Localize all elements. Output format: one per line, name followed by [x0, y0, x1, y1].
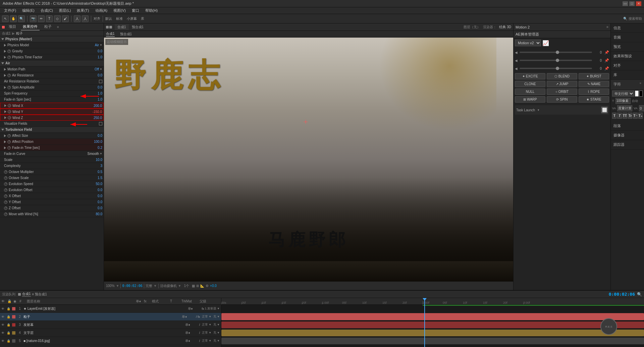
- stopwatch-wind-y[interactable]: ⏱: [8, 110, 11, 113]
- btn-orbit[interactable]: ○ ORBIT: [547, 89, 577, 95]
- format-italic[interactable]: T: [617, 113, 622, 119]
- row-fade-in-spin[interactable]: Fade-in Spin [sec] 1.0: [0, 97, 104, 103]
- row-air-resistance[interactable]: ⏱ Air Resistance 0.0: [0, 72, 104, 78]
- row-motion-path[interactable]: Motion Path Off ▼: [0, 66, 104, 72]
- format-tr[interactable]: Tr: [628, 113, 632, 119]
- row-wind-x[interactable]: ⏱ Wind X 200.0: [0, 103, 104, 109]
- row-physics-model[interactable]: Physics Model Air ▼: [0, 42, 104, 48]
- layer2-lock-icon[interactable]: 🔒: [7, 315, 11, 319]
- stopwatch-spin-amp[interactable]: ⏱: [7, 86, 11, 89]
- text-color-white[interactable]: [635, 91, 639, 97]
- motion-version-select[interactable]: Motion v2: [515, 40, 541, 46]
- menu-edit[interactable]: 编辑(E): [19, 7, 37, 14]
- layer-row-5[interactable]: 👁 🔒 5 ■ [nature-016.jpg] 单♦ / 正常 ▼ 无 ▼: [0, 337, 221, 345]
- grid-icon[interactable]: ⊞: [196, 284, 199, 288]
- row-z-offset[interactable]: ⏱ Z Offset 0.0: [0, 205, 104, 211]
- dropdown-arrow-curve[interactable]: ▼: [100, 152, 102, 155]
- info-panel-tracker[interactable]: 跟踪器: [611, 140, 644, 150]
- slider-track-2[interactable]: [520, 60, 592, 61]
- tab-effects[interactable]: 效果控件: [21, 23, 40, 31]
- slider-3-pin[interactable]: 📌: [604, 66, 609, 71]
- timeline-search-icon[interactable]: 🔍: [637, 292, 642, 297]
- checkbox-air-resistance-rot[interactable]: [99, 80, 102, 83]
- move-with-wind-value[interactable]: 80.0: [86, 212, 102, 216]
- layer1-eye-icon[interactable]: 👁: [1, 307, 6, 310]
- panel-menu-icon[interactable]: ≡: [57, 25, 59, 29]
- layer3-mode-dropdown[interactable]: ▼: [209, 323, 211, 326]
- close-button[interactable]: ✕: [636, 1, 641, 6]
- tracking-input[interactable]: [617, 105, 632, 111]
- row-affect-position[interactable]: ⏱ Affect Position 100.0: [0, 139, 104, 145]
- bar-layer2[interactable]: [221, 313, 644, 320]
- row-wind-y[interactable]: ⏱ Wind Y -150.0: [0, 109, 104, 115]
- stopwatch-z-offset[interactable]: ⏱: [4, 207, 7, 210]
- slider-1-arrow-l[interactable]: ◀: [515, 51, 518, 54]
- slider-2-arrow-l[interactable]: ◀: [515, 59, 518, 62]
- row-wind-z[interactable]: ⏱ Wind Z 250.0: [0, 115, 104, 121]
- checkbox-visualize-fields[interactable]: [99, 122, 102, 125]
- ruler-icon[interactable]: 📐: [200, 284, 204, 288]
- z-offset-value[interactable]: 0.0: [86, 206, 102, 210]
- render-queue-label[interactable]: 渲染队列: [2, 292, 15, 297]
- evolution-offset-value[interactable]: 0.0: [86, 188, 102, 192]
- affect-position-value[interactable]: 100.0: [86, 140, 102, 143]
- row-physics-time[interactable]: ⏱ Physics Time Factor 1.0: [0, 54, 104, 60]
- layer4-lock-icon[interactable]: 🔒: [7, 331, 11, 335]
- layer2-mode-label[interactable]: 正常: [202, 314, 208, 319]
- font-size-input[interactable]: [615, 98, 631, 104]
- octave-scale-value[interactable]: 1.5: [86, 176, 102, 180]
- tab-precomp1[interactable]: 预合成1: [129, 24, 147, 30]
- layer5-lock-icon[interactable]: 🔒: [7, 339, 11, 343]
- layer4-fx[interactable]: /: [199, 331, 200, 335]
- stopwatch-gravity[interactable]: ⏱: [7, 50, 11, 53]
- slider-track-1[interactable]: [520, 52, 592, 53]
- row-spin-frequency[interactable]: Spin Frequency 1.0: [0, 91, 104, 97]
- stopwatch-wind-x[interactable]: ⏱: [8, 104, 11, 107]
- layer2-eye-icon[interactable]: 👁: [1, 315, 6, 319]
- layer5-eye-icon[interactable]: 👁: [1, 339, 6, 343]
- stopwatch-wind-z[interactable]: ⏱: [8, 116, 11, 119]
- task-launch-dropdown[interactable]: ▼: [537, 109, 540, 112]
- layer-row-3[interactable]: 👁 🔒 3 发射幕 单♦ / 正常 ▼ 无 ▼: [0, 321, 221, 329]
- row-y-offset[interactable]: ⏱ Y Offset 0.0: [0, 199, 104, 205]
- layer2-mode-dropdown[interactable]: ▼: [209, 315, 211, 318]
- menu-file[interactable]: 文件(F): [1, 7, 19, 14]
- char-expand[interactable]: ≡: [640, 82, 641, 87]
- layer4-mode-dropdown[interactable]: ▼: [209, 331, 211, 334]
- layer3-eye-icon[interactable]: 👁: [1, 323, 6, 327]
- menu-effect[interactable]: 效果(T): [74, 7, 92, 14]
- layer1-parent-dropdown[interactable]: ▼: [217, 307, 220, 310]
- layer-row-4[interactable]: 👁 🔒 4 文字层 单♦ / 正常 ▼ 无 ▼: [0, 329, 221, 337]
- timeline-comp1-tab[interactable]: 合成1: [22, 292, 31, 297]
- btn-rope[interactable]: ⌇ ROPE: [579, 89, 609, 95]
- row-visualize-fields[interactable]: Visualize Fields: [0, 121, 104, 127]
- row-air-resistance-rot[interactable]: Air Resistance Rotation: [0, 78, 104, 84]
- stopwatch-x-offset[interactable]: ⏱: [4, 194, 7, 198]
- wind-y-value[interactable]: -150.0: [85, 110, 102, 114]
- btn-spin[interactable]: ⟳ SPIN: [547, 96, 577, 103]
- bar-layer3[interactable]: [221, 322, 644, 328]
- toolbar-puppet[interactable]: 人: [74, 15, 80, 22]
- btn-stare[interactable]: ★ STARE: [579, 96, 609, 103]
- row-evolution-speed[interactable]: ⏱ Evolution Speed 50.0: [0, 181, 104, 187]
- y-offset-value[interactable]: 0.0: [86, 200, 102, 204]
- stopwatch-air-resistance[interactable]: ⏱: [7, 74, 11, 77]
- dropdown-arrow-motion[interactable]: ▼: [100, 68, 102, 71]
- settings-icon[interactable]: ⚙: [206, 284, 209, 288]
- slider-thumb-1[interactable]: [556, 51, 559, 54]
- row-spin-amplitude[interactable]: ⏱ Spin Amplitude 0.0: [0, 84, 104, 91]
- toolbar-brush[interactable]: 🖌: [62, 15, 69, 22]
- row-octave-scale[interactable]: ⏱ Octave Scale 1.5: [0, 175, 104, 181]
- timeline-timecode[interactable]: 0:00:02:06: [609, 292, 635, 297]
- row-complexity[interactable]: Complexity 3: [0, 163, 104, 169]
- layer4-eye-icon[interactable]: 👁: [1, 331, 6, 335]
- toolbar-hand[interactable]: ✋: [10, 15, 17, 22]
- stopwatch-octave-scale[interactable]: ⏱: [4, 176, 7, 180]
- row-x-offset[interactable]: ⏱ X Offset 0.0: [0, 193, 104, 199]
- zoom-dropdown-arrow[interactable]: ▼: [116, 284, 119, 288]
- row-fade-in-curve[interactable]: Fade-in Curve Smooth ▼: [0, 151, 104, 157]
- btn-excite[interactable]: ✦ EXCITE: [515, 73, 545, 79]
- menu-view[interactable]: 视图(V): [111, 7, 128, 14]
- layer5-parent-dropdown[interactable]: ▼: [217, 339, 220, 342]
- layer4-mode-label[interactable]: 正常: [202, 331, 208, 335]
